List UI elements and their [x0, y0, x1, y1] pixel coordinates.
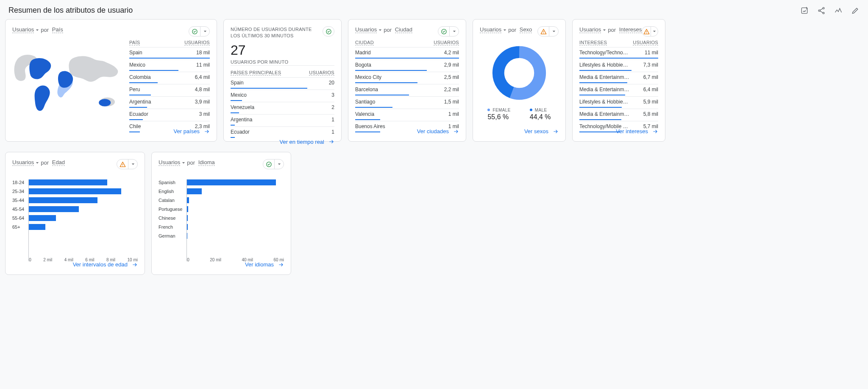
chevron-down-icon: [603, 27, 606, 33]
share-icon[interactable]: [817, 6, 826, 15]
metric-users[interactable]: Usuarios: [480, 26, 501, 33]
check-circle-icon: [323, 27, 334, 36]
table-row: Lifestyles & Hobbies…5,9 mil: [579, 96, 658, 109]
svg-point-1: [823, 7, 824, 9]
status-chip[interactable]: [438, 26, 459, 36]
sex-donut-chart: [492, 45, 547, 101]
svg-point-12: [646, 33, 646, 33]
table-row: Buenos Aires1 mil: [355, 121, 459, 133]
header-actions: [800, 6, 860, 15]
dim-sex[interactable]: Sexo: [520, 26, 532, 33]
metric-users[interactable]: Usuarios: [12, 26, 34, 33]
table-row: Ecuador1: [231, 126, 334, 139]
realtime-title: NÚMERO DE USUARIOS DURANTE LOS ÚLTIMOS 3…: [231, 26, 323, 39]
table-row: Santiago1,5 mil: [355, 96, 459, 109]
chevron-down-icon: [36, 27, 39, 33]
chevron-down-icon: [36, 160, 39, 166]
table-row: Valencia1 mil: [355, 109, 459, 121]
table-row: Spain18 mil: [129, 47, 210, 59]
check-circle-icon: [438, 27, 449, 36]
table-row: Bogota2,9 mil: [355, 59, 459, 72]
svg-point-6: [99, 99, 111, 106]
card-realtime: NÚMERO DE USUARIOS DURANTE LOS ÚLTIMOS 3…: [223, 19, 342, 142]
view-ages-link[interactable]: Ver intervalos de edad: [73, 261, 138, 268]
metric-users[interactable]: Usuarios: [355, 26, 377, 33]
warning-icon: [642, 27, 651, 36]
chevron-down-icon: [200, 27, 209, 36]
chevron-down-icon: [128, 160, 137, 169]
lang-bar-chart: SpanishEnglishCatalanPortugueseChineseFr…: [159, 171, 284, 261]
card-users-by-country: Usuarios por País: [5, 19, 217, 142]
svg-point-2: [818, 10, 820, 11]
table-row: Technology/Mobile E…5,7 mil: [579, 121, 658, 133]
table-row: Lifestyles & Hobbies…7,3 mil: [579, 59, 658, 72]
chevron-down-icon: [449, 27, 459, 36]
table-row: Venezuela2: [231, 102, 334, 114]
check-circle-icon: [189, 27, 200, 36]
edit-icon[interactable]: [851, 6, 860, 15]
table-row: Colombia6,4 mil: [129, 72, 210, 84]
table-row: Technology/Technop…11 mil: [579, 47, 658, 59]
users-per-minute-chart: [231, 65, 334, 66]
warning-icon: [538, 27, 549, 36]
sex-legend: FEMALE 55,6 % MALE 44,4 %: [480, 106, 559, 121]
table-row: Media & Entertainme…6,7 mil: [579, 72, 658, 84]
table-row: Spain20: [231, 77, 334, 90]
metric-users[interactable]: Usuarios: [579, 26, 601, 33]
card-users-by-age: Usuarios por Edad 18-2425-3435-4445-5455…: [5, 152, 145, 275]
chevron-down-icon: [503, 27, 506, 33]
status-chip[interactable]: [117, 159, 138, 169]
dim-interests[interactable]: Intereses: [619, 26, 642, 33]
chevron-down-icon: [651, 27, 658, 36]
country-table: PAÍSUSUARIOS Spain18 milMexico11 milColo…: [129, 38, 210, 128]
dim-city[interactable]: Ciudad: [395, 26, 412, 33]
status-chip[interactable]: [642, 26, 658, 36]
view-languages-link[interactable]: Ver idiomas: [245, 261, 284, 268]
table-row: Argentina1: [231, 114, 334, 126]
status-chip[interactable]: [323, 26, 334, 36]
customize-icon[interactable]: [800, 6, 809, 15]
table-row: Madrid4,2 mil: [355, 47, 459, 59]
card-users-by-language: Usuarios por Idioma SpanishEnglishCatala…: [151, 152, 291, 275]
check-circle-icon: [263, 160, 274, 169]
table-row: Peru4,8 mil: [129, 84, 210, 96]
table-row: Argentina3,9 mil: [129, 96, 210, 109]
svg-point-3: [823, 12, 824, 14]
city-table: CIUDADUSUARIOS Madrid4,2 milBogota2,9 mi…: [355, 38, 459, 128]
table-row: Barcelona2,2 mil: [355, 84, 459, 96]
table-row: Mexico3: [231, 90, 334, 102]
insights-icon[interactable]: [834, 6, 843, 15]
dim-age[interactable]: Edad: [52, 159, 65, 166]
status-chip[interactable]: [537, 26, 559, 36]
age-bar-chart: 18-2425-3435-4445-5455-6465+ 02 mil4 mil…: [12, 171, 138, 261]
page-title: Resumen de los atributos de usuario: [8, 6, 133, 15]
warning-icon: [117, 160, 128, 169]
dim-language[interactable]: Idioma: [198, 159, 215, 166]
table-row: Media & Entertainme…6,4 mil: [579, 84, 658, 96]
table-row: Chile2,3 mil: [129, 121, 210, 133]
status-chip[interactable]: [263, 159, 284, 169]
table-row: Media & Entertainme…5,8 mil: [579, 109, 658, 121]
view-sexes-link[interactable]: Ver sexos: [524, 128, 559, 134]
status-chip[interactable]: [189, 26, 210, 36]
table-row: Ecuador3 mil: [129, 109, 210, 121]
svg-point-9: [543, 33, 543, 33]
chevron-down-icon: [274, 160, 284, 169]
svg-point-13: [122, 165, 122, 166]
view-realtime-link[interactable]: Ver en tiempo real: [279, 139, 334, 145]
metric-users[interactable]: Usuarios: [12, 159, 34, 166]
page-header: Resumen de los atributos de usuario: [5, 6, 863, 19]
card-users-by-sex: Usuarios por Sexo FEMALE: [473, 19, 566, 142]
card-users-by-interests: Usuarios por Intereses INTERESESUSUARIOS…: [572, 19, 665, 142]
interests-table: INTERESESUSUARIOS Technology/Technop…11 …: [579, 38, 658, 128]
table-row: Mexico City2,5 mil: [355, 72, 459, 84]
chevron-down-icon: [549, 27, 558, 36]
chevron-down-icon: [378, 27, 382, 33]
card-users-by-city: Usuarios por Ciudad CIUDADUSUARIOS Madri…: [348, 19, 466, 142]
dim-country[interactable]: País: [52, 26, 63, 33]
metric-users[interactable]: Usuarios: [159, 159, 180, 166]
chevron-down-icon: [182, 160, 185, 166]
world-map: [12, 38, 124, 128]
realtime-value: 27: [231, 43, 334, 57]
table-row: Mexico11 mil: [129, 59, 210, 72]
